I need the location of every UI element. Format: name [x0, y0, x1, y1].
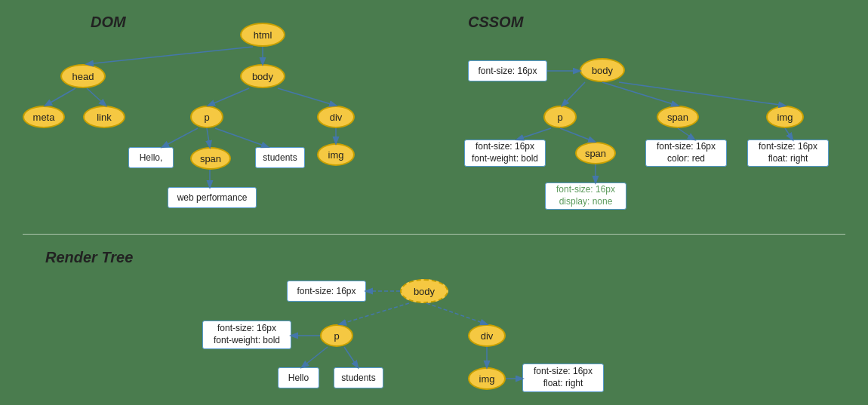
svg-line-13	[602, 82, 678, 106]
dom-img: img	[317, 143, 355, 166]
dom-students: students	[255, 147, 305, 168]
render-font16-p: font-size: 16pxfont-weight: bold	[202, 321, 291, 349]
svg-line-6	[162, 128, 198, 147]
dom-div: div	[317, 106, 355, 128]
svg-line-14	[619, 82, 785, 106]
dom-title: DOM	[91, 14, 126, 31]
render-hello: Hello	[278, 367, 319, 388]
svg-line-24	[302, 347, 328, 367]
render-img: img	[468, 367, 506, 390]
cssom-img: img	[766, 106, 804, 128]
dom-meta: meta	[23, 106, 65, 128]
cssom-span: span	[657, 106, 699, 128]
svg-line-8	[215, 128, 268, 147]
dom-body: body	[240, 64, 285, 88]
divider	[23, 234, 845, 235]
cssom-span2: span	[575, 142, 616, 164]
svg-line-21	[340, 303, 409, 324]
svg-line-17	[678, 128, 694, 140]
render-body: body	[400, 279, 448, 303]
svg-line-16	[560, 128, 595, 142]
cssom-font16-span2: font-size: 16pxdisplay: none	[545, 183, 626, 210]
svg-line-7	[207, 128, 210, 147]
cssom-title: CSSOM	[468, 14, 523, 31]
svg-line-5	[278, 88, 336, 106]
render-p: p	[320, 324, 353, 347]
dom-link: link	[83, 106, 125, 128]
dom-hello: Hello,	[128, 147, 174, 168]
dom-span: span	[190, 147, 231, 170]
cssom-font16-span: font-size: 16pxcolor: red	[645, 140, 727, 167]
diagram-container: DOM CSSOM Render Tree html head body met…	[0, 0, 868, 405]
cssom-font16-p: font-size: 16pxfont-weight: bold	[464, 140, 546, 167]
svg-line-15	[517, 128, 551, 140]
svg-line-12	[562, 82, 585, 106]
cssom-body: body	[580, 58, 625, 82]
dom-head: head	[60, 64, 106, 88]
cssom-p: p	[543, 106, 577, 128]
svg-line-18	[785, 128, 793, 140]
dom-web-performance: web performance	[168, 187, 257, 208]
cssom-font16-img: font-size: 16pxfloat: right	[747, 140, 829, 167]
render-students: students	[334, 367, 383, 388]
svg-line-0	[87, 47, 253, 64]
svg-line-25	[344, 347, 358, 367]
svg-line-4	[208, 88, 249, 106]
render-title: Render Tree	[45, 249, 133, 266]
connection-lines	[0, 0, 868, 405]
dom-html: html	[240, 23, 285, 47]
dom-p: p	[190, 106, 223, 128]
svg-line-22	[426, 303, 487, 324]
svg-line-2	[45, 88, 75, 106]
render-font16-body: font-size: 16px	[287, 281, 366, 302]
render-div: div	[468, 324, 506, 347]
cssom-font16-body: font-size: 16px	[468, 60, 547, 81]
svg-line-3	[87, 88, 106, 106]
render-font16-img: font-size: 16pxfloat: right	[522, 364, 604, 392]
